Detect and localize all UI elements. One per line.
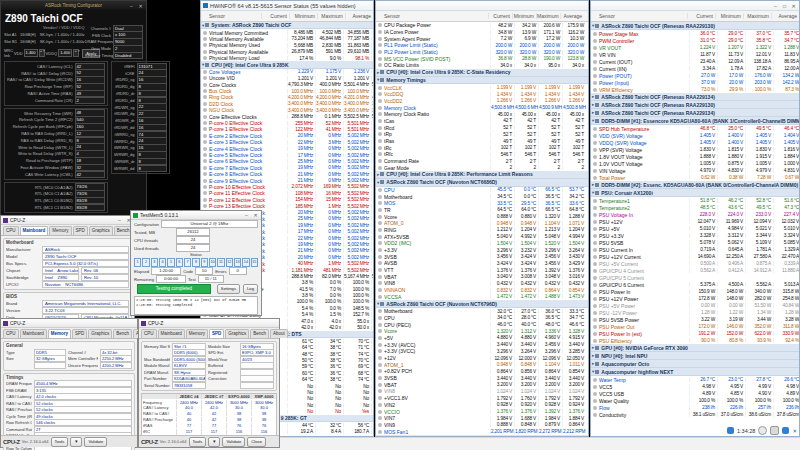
vdd-stepper[interactable]: ▲▼ (39, 49, 45, 57)
expand-collapse-icon[interactable]: ▸ (377, 172, 379, 177)
sensor-row[interactable]: TR64.5 °C64.0 °C66.5 °C64.8 °C (376, 207, 588, 214)
sensor-row[interactable]: VccDD21.266 V1.266 V1.266 V1.266 V (376, 98, 588, 105)
sensor-section-header[interactable]: ▾Memory Timings (376, 77, 588, 85)
tab-mainboard[interactable]: Mainboard (20, 226, 49, 235)
sensor-row[interactable]: VRM Efficiency73.0 %29.9 %100.0 %87.3 % (591, 86, 799, 93)
sensor-section-header[interactable]: ▸GPU [#0]: NVIDIA GeForce RTX 3090 (591, 344, 799, 352)
tab-graphics[interactable]: Graphics (89, 226, 113, 235)
sensor-row[interactable]: Power (POUT)27.0 W17.0 W176.0 W134.2 W (591, 72, 799, 79)
sensor-row[interactable]: P-core 13 Effective Clock185 MHz1 MHz5,5… (201, 203, 373, 209)
sensor-row[interactable]: GPU/CPU 6 Current5.375 A4.500 A5.562 A5.… (591, 281, 799, 288)
tab-graphics[interactable]: Graphics (88, 329, 112, 338)
vdd-input[interactable]: 1.400 (24, 49, 38, 57)
sensor-row[interactable]: +3.3V3.296 V3.232 V3.296 V3.264 V (376, 247, 588, 254)
close-icon[interactable]: ✕ (137, 3, 144, 9)
sensor-row[interactable]: E-core 9 Effective Clock21 MHz0 MHz5,002… (201, 177, 373, 183)
sensor-row[interactable]: Temperature248.5 °C43.6 °C49.5 °C47.3 °C (591, 204, 799, 211)
sensor-row[interactable]: Total Power0.62 W0.38 W7.28 W0.67 W (591, 174, 799, 181)
sensor-row[interactable]: VIN Voltage4.970 V4.830 V4.979 V4.831 V (591, 167, 799, 174)
expand-collapse-icon[interactable]: ▸ (592, 361, 594, 366)
sensor-row[interactable]: OC Ratio Limits34.0 x34.0 x95.0 x34.0 x (376, 62, 588, 69)
sensor-row[interactable]: Core Voltages1.229 V1.175 V1.236 V1.229 … (201, 69, 373, 75)
sensor-row[interactable]: VR VIN11.87 V11.73 V12.01 V11.83 V (591, 51, 799, 58)
hwinfo-titlebar[interactable]: – □ ✕ (591, 1, 799, 11)
sensor-row[interactable]: Physical Memory Load17.4 %9.0 %98.1 %94.… (201, 55, 373, 61)
sensor-row[interactable]: PWM Controller31.0 °C29.0 °C35.8 °C34.7 … (591, 37, 799, 44)
sensor-row[interactable]: PSU +5V Current0.500 A0.406 A0.875 A0.33… (591, 260, 799, 267)
sensor-section-header[interactable]: ▾Aquacomputer highflow NEXT (591, 368, 799, 376)
minimize-icon[interactable]: – (243, 212, 250, 218)
sensor-row[interactable]: VDD (SVR) Voltage1.405 V1.400 V1.405 V1.… (591, 132, 799, 139)
sensor-row[interactable]: 3VSB3.456 V3.424 V3.456 V3.430 V (376, 253, 588, 260)
sensor-row[interactable]: +VCC1.8V1.792 V1.760 V1.792 V1.792 V (376, 395, 588, 402)
expand-collapse-icon[interactable]: ▸ (592, 345, 594, 350)
sensor-row[interactable]: MOS Fan12,201 RPM1,820 RPM2,272 RPM2,212… (376, 428, 588, 435)
sensor-row[interactable]: Virtual Memory Available73,204 MB46,844 … (201, 36, 373, 42)
sensor-row[interactable]: Water Temp26.7 °C23.0 °C27.8 °C26.6 °C (591, 376, 799, 383)
validate-button[interactable]: Validate (84, 437, 107, 447)
sensor-row[interactable]: MOS33.5 °C29.5 °C36.5 °C33.6 °C (376, 200, 588, 207)
tab-memory[interactable]: Memory (49, 226, 71, 235)
sensor-row[interactable]: VR VOUT1.224 V1.207 V1.322 V1.288 V (591, 44, 799, 51)
sensor-row[interactable]: 3VSB3.440 V3.440 V3.440 V3.440 V (376, 375, 588, 382)
expand-collapse-icon[interactable]: ▾ (377, 301, 379, 306)
sensor-row[interactable]: +12V12.096 V12.000 V12.096 V12.050 V (376, 355, 588, 362)
tools-dropdown-arrow[interactable]: ▼ (208, 437, 220, 447)
expand-collapse-icon[interactable]: ▾ (592, 118, 594, 123)
log-output[interactable]: 1:20:30: Testing 1088 MB x 24 (80%) out … (134, 296, 258, 315)
tm5-titlebar[interactable]: TestMem5 0.13.1 –✕ (131, 211, 261, 220)
sensor-row[interactable]: PSU 5VSB Power3.22 W3.19 W3.44 W3.28 W (591, 316, 799, 323)
sensor-row[interactable]: tRfc546 T546 T546 T546 T (376, 151, 588, 158)
close-sensors-icon[interactable]: ✕ (792, 428, 797, 434)
sensor-row[interactable]: VBAT3.200 V3.200 V3.200 V3.200 V (376, 381, 588, 388)
reset-values-icon[interactable] (727, 427, 734, 434)
timing-value-input[interactable]: Disabled (113, 52, 143, 60)
sensor-row[interactable]: PSU +12V Current14.690 A12.250 A27.580 A… (591, 253, 799, 260)
hwinfo-titlebar[interactable]: HWiNFO® 64 v8.15-5615 Sensor Status (55 … (201, 1, 373, 11)
sensor-section-header[interactable]: ▸ASRock Z890 Taichi OCF (Renesas RAA2291… (591, 109, 799, 117)
sensor-row[interactable]: PSU +5V5.010 V4.984 V5.021 V5.010 V (591, 225, 799, 232)
sensor-row[interactable]: tCas42 T42 T42 T42 T (376, 118, 588, 125)
expand-collapse-icon[interactable]: ▸ (377, 70, 379, 75)
sensor-row[interactable]: PSU Power In150.9 W148.0 W340.0 W315.8 W (591, 288, 799, 295)
log-button[interactable]: Log (243, 284, 258, 294)
tools-dropdown-arrow[interactable]: ▼ (70, 437, 82, 447)
sensor-row[interactable]: Flow238 l/h226 l/h257 l/h236 l/h (591, 404, 799, 411)
sensor-row[interactable]: IA Cores Power34.8 W13.9 W171.1 W116.2 W (376, 29, 588, 36)
sensor-section-header[interactable]: ▸ASRock Z890 Taichi OCF (Intel PCH) (376, 435, 588, 437)
tab-spd[interactable]: SPD (73, 226, 88, 235)
expand-collapse-icon[interactable]: ▾ (592, 369, 594, 374)
sensor-row[interactable]: VDDQ (SVR) Voltage1.405 V1.400 V1.405 V1… (591, 139, 799, 146)
sensor-section-header[interactable]: ▸CPU [#0]: Intel Core Ultra 9 285K: C-St… (376, 69, 588, 77)
expand-collapse-icon[interactable]: ▾ (592, 190, 594, 195)
expand-collapse-icon[interactable]: ▸ (592, 182, 594, 187)
vddq-stepper[interactable]: ▲▼ (73, 49, 79, 57)
sensor-row[interactable]: AVSB3.424 V3.424 V3.456 V3.429 V (376, 260, 588, 267)
sensor-row[interactable]: P-core 0 Effective Clock255 MHz52 MHz5,5… (201, 120, 373, 126)
sensor-row[interactable]: +3.3V (3VCC)3.296 V3.264 V3.296 V3.285 V (376, 348, 588, 355)
maximize-icon[interactable]: □ (781, 3, 788, 9)
sensor-row[interactable]: +0.82V PCH0.864 V0.856 V0.864 V0.854 V (376, 368, 588, 375)
close-icon[interactable]: ✕ (790, 3, 797, 9)
sensor-row[interactable]: PSU Efficiency90.0 %80.8 %93.9 %92.4 % (591, 337, 799, 344)
sensor-row[interactable]: Current (IIN)3.34 A1.78 A17.82 A12.00 A (591, 65, 799, 72)
sensor-row[interactable]: Motherboard34.5 °C0.0 °C36.5 °C34.2 °C (376, 193, 588, 200)
sensor-row[interactable]: VIN71.984 V1.688 V1.984 V1.884 V (376, 415, 588, 422)
sensor-row[interactable]: PSU +5V Power0.00 W0.00 W51.50 W40.84 W (591, 302, 799, 309)
sensor-row[interactable]: VDD2 (IMC)1.504 V1.504 V1.520 V1.504 V (376, 240, 588, 247)
sensor-row[interactable]: MS VCC Power (SVID POST)36.8 W28.8 W190.… (376, 55, 588, 62)
sensor-row[interactable]: NGU Clock3,400.0 MHz3,400.0 MHz3,400.0 M… (201, 107, 373, 113)
sensor-row[interactable]: VccCLK1.199 V1.199 V1.199 V1.199 V (376, 84, 588, 91)
timing-value-input[interactable]: 42 (75, 171, 105, 179)
sensor-section-header[interactable]: ▾System: ASRock Z890 Taichi OCF (201, 22, 373, 29)
tab-cpu[interactable]: CPU (141, 329, 157, 338)
sensor-row[interactable]: P-core 10 Effective Clock2,072 MHz169 MH… (201, 184, 373, 190)
tab-spd[interactable]: SPD (209, 329, 224, 338)
sensor-row[interactable]: Memory Clock4,500.8 MHz4,500.6 MHz4,500.… (376, 104, 588, 111)
sensor-row[interactable]: ATOM_10.948 V0.848 V1.104 V1.011 V (376, 361, 588, 368)
sensor-row[interactable]: tRp52 T52 T52 T52 T (376, 131, 588, 138)
minimize-icon[interactable]: – (772, 3, 779, 9)
expand-collapse-icon[interactable]: ▾ (592, 23, 594, 28)
vddq-input[interactable]: 1.400 (58, 49, 72, 57)
sensor-row[interactable]: tRcd52 T52 T52 T52 T (376, 124, 588, 131)
